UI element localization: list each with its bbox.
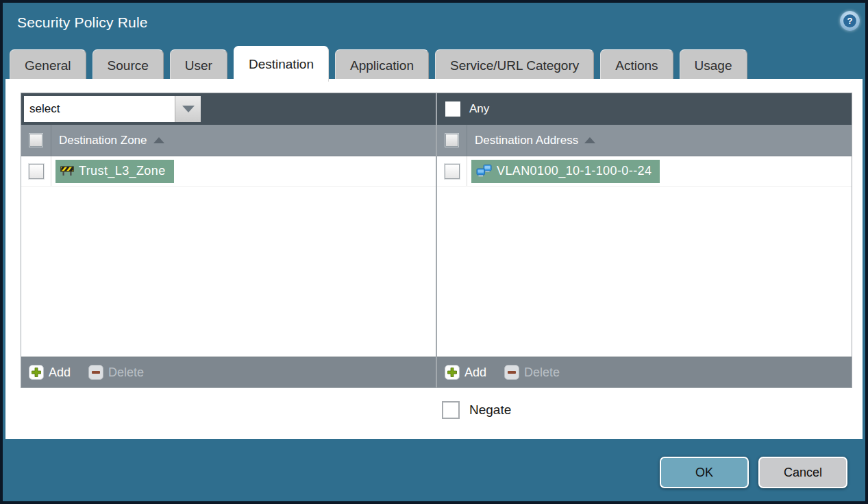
address-panel-toolbar: Any (437, 93, 852, 125)
sort-ascending-icon (153, 137, 164, 143)
negate-option: Negate (442, 401, 511, 419)
zone-panel-footer: Add Delete (21, 357, 436, 387)
address-add-button[interactable]: Add (445, 365, 486, 380)
any-checkbox[interactable] (445, 101, 460, 117)
help-question-glyph: ? (843, 14, 856, 27)
tab-service-url-category[interactable]: Service/URL Category (435, 49, 594, 82)
security-policy-rule-dialog: Security Policy Rule ? General Source Us… (0, 0, 868, 504)
address-select-all-cell (437, 125, 467, 156)
tab-user[interactable]: User (170, 49, 227, 82)
address-select-all-checkbox[interactable] (445, 134, 458, 147)
zone-filter-combobox (24, 96, 201, 122)
delete-minus-icon (504, 365, 519, 380)
zone-panel-toolbar (21, 93, 436, 125)
zone-rows-area: Trust_L3_Zone (21, 156, 436, 357)
help-icon[interactable]: ? (840, 11, 860, 31)
add-plus-icon (445, 365, 460, 380)
zone-item-label: Trust_L3_Zone (79, 164, 166, 178)
cancel-button[interactable]: Cancel (758, 457, 847, 488)
zone-filter-input[interactable] (24, 96, 175, 122)
address-table-header: Destination Address (437, 125, 852, 156)
tab-general[interactable]: General (10, 49, 86, 82)
zone-column-label: Destination Zone (59, 134, 147, 147)
table-row: Trust_L3_Zone (21, 156, 436, 187)
tab-actions[interactable]: Actions (600, 49, 673, 82)
zone-delete-button[interactable]: Delete (88, 365, 144, 380)
zone-row-check-cell (21, 156, 51, 186)
tab-destination[interactable]: Destination (234, 46, 329, 82)
dialog-title: Security Policy Rule (17, 14, 148, 31)
address-panel-footer: Add Delete (437, 357, 852, 387)
address-column-header[interactable]: Destination Address (475, 134, 595, 147)
address-row-checkbox[interactable] (445, 164, 460, 179)
address-delete-label: Delete (524, 365, 560, 380)
address-delete-button[interactable]: Delete (504, 365, 560, 380)
delete-minus-icon (88, 365, 103, 380)
tab-source[interactable]: Source (92, 49, 164, 82)
address-item-label: VLAN0100_10-1-100-0--24 (497, 164, 652, 178)
tab-application[interactable]: Application (335, 49, 429, 82)
sort-ascending-icon (584, 137, 595, 143)
chevron-down-icon (182, 106, 195, 112)
address-column-label: Destination Address (475, 134, 578, 147)
destination-zone-panel: Destination Zone (21, 93, 436, 388)
zone-delete-label: Delete (108, 365, 144, 380)
title-bar: Security Policy Rule ? (3, 3, 865, 44)
negate-checkbox[interactable] (442, 401, 460, 419)
any-label: Any (469, 102, 489, 116)
zone-add-label: Add (49, 365, 71, 380)
network-address-icon (476, 165, 492, 178)
zone-add-button[interactable]: Add (29, 365, 71, 380)
destination-tab-content: Destination Zone (5, 79, 863, 439)
address-row-check-cell (437, 156, 467, 186)
ok-button[interactable]: OK (660, 457, 749, 488)
address-rows-area: VLAN0100_10-1-100-0--24 (437, 156, 852, 357)
tab-bar: General Source User Destination Applicat… (10, 46, 747, 82)
zone-filter-dropdown-button[interactable] (175, 96, 201, 122)
add-plus-icon (29, 365, 44, 380)
zone-select-all-cell (21, 125, 51, 156)
table-row: VLAN0100_10-1-100-0--24 (437, 156, 852, 187)
zone-barrier-icon (60, 165, 74, 177)
tab-usage[interactable]: Usage (680, 49, 747, 82)
negate-label: Negate (469, 403, 511, 418)
zone-table-header: Destination Zone (21, 125, 436, 156)
address-add-label: Add (464, 365, 486, 380)
address-item-tag[interactable]: VLAN0100_10-1-100-0--24 (471, 160, 660, 183)
zone-row-checkbox[interactable] (29, 164, 44, 179)
zone-item-tag[interactable]: Trust_L3_Zone (55, 160, 174, 183)
destination-address-panel: Any Destination Address (436, 93, 852, 388)
zone-column-header[interactable]: Destination Zone (59, 134, 164, 147)
zone-select-all-checkbox[interactable] (29, 134, 42, 147)
